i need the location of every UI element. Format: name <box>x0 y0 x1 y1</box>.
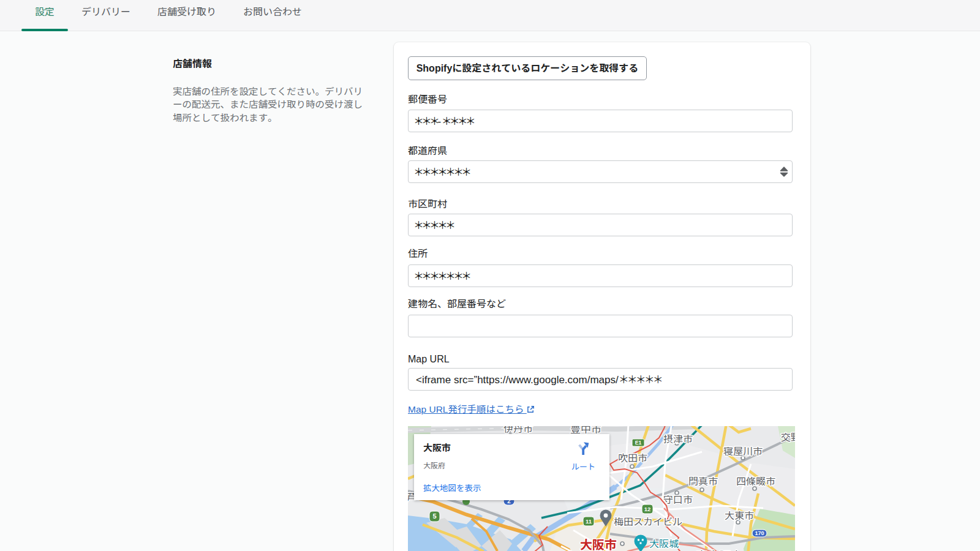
svg-text:11: 11 <box>586 518 592 525</box>
svg-text:梅田スカイビル: 梅田スカイビル <box>614 514 682 528</box>
svg-text:門真市: 門真市 <box>688 473 718 488</box>
svg-text:大東市: 大東市 <box>725 508 754 522</box>
svg-text:交野市: 交野市 <box>781 429 795 444</box>
svg-text:四條畷市: 四條畷市 <box>736 473 775 488</box>
svg-text:守口市: 守口市 <box>663 492 693 506</box>
svg-text:170: 170 <box>755 530 764 536</box>
svg-text:吹田市: 吹田市 <box>618 450 647 465</box>
svg-text:大阪城: 大阪城 <box>649 536 679 550</box>
svg-text:寝屋川市: 寝屋川市 <box>723 443 763 458</box>
svg-text:大阪市: 大阪市 <box>580 535 617 551</box>
svg-text:東大阪市: 東大阪市 <box>696 547 742 551</box>
svg-text:摂津市: 摂津市 <box>663 431 693 446</box>
svg-text:E1: E1 <box>635 440 642 446</box>
svg-text:5: 5 <box>432 512 436 520</box>
svg-text:12: 12 <box>644 506 651 512</box>
